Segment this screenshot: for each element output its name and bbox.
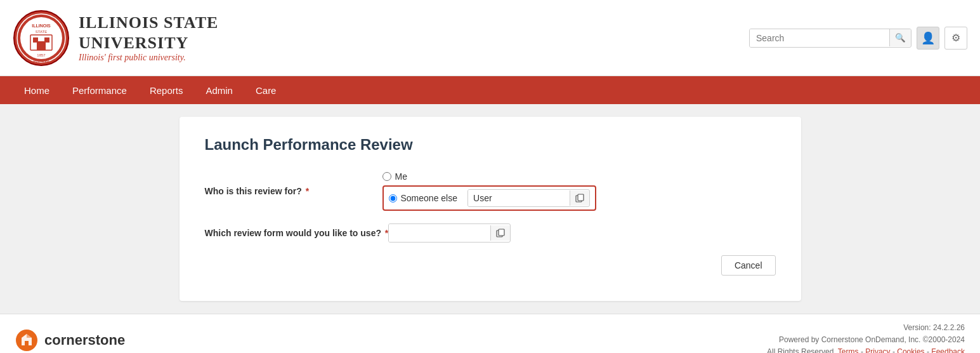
which-form-row: Which review form would you like to use?… <box>205 223 776 243</box>
svg-rect-12 <box>578 194 584 201</box>
footer-version: Version: 24.2.2.26 <box>767 322 965 334</box>
svg-rect-8 <box>37 41 46 50</box>
gear-icon: ⚙ <box>951 32 960 44</box>
nav-item-reports[interactable]: Reports <box>138 76 195 104</box>
radio-me-label: Me <box>395 171 407 182</box>
search-box[interactable]: 🔍 <box>749 29 911 48</box>
nav-item-performance[interactable]: Performance <box>61 76 138 104</box>
form-title: Launch Performance Review <box>205 136 776 154</box>
radio-someone-else-label: Someone else <box>401 193 458 203</box>
footer-privacy-link[interactable]: Privacy <box>865 347 890 353</box>
footer-powered-by: Powered by Cornerstone OnDemand, Inc. ©2… <box>767 334 965 346</box>
university-subtitle: Illinois' first public university. <box>79 53 218 63</box>
search-icon-btn[interactable]: 🔍 <box>889 29 911 46</box>
logo-area: ILLINOIS STATE 1857 FOUNDED Illinois Sta… <box>13 10 749 67</box>
form-actions: Cancel <box>205 255 776 276</box>
footer-links: All Rights Reserved. Terms - Privacy - C… <box>767 346 965 353</box>
review-form-icon[interactable] <box>490 225 510 241</box>
user-input-wrapper <box>467 189 590 207</box>
footer-brand-text: cornerstone <box>44 332 125 349</box>
nav-bar: Home Performance Reports Admin Care <box>0 76 980 104</box>
svg-rect-14 <box>499 229 504 236</box>
svg-text:ILLINOIS: ILLINOIS <box>32 23 51 28</box>
footer-feedback-link[interactable]: Feedback <box>931 347 965 353</box>
cornerstone-logo-icon <box>15 329 38 352</box>
footer-right: Version: 24.2.2.26 Powered by Cornerston… <box>767 322 965 353</box>
footer-terms-link[interactable]: Terms <box>838 347 859 353</box>
required-star: * <box>303 186 309 196</box>
who-review-label: Who is this review for? * <box>205 186 382 196</box>
radio-me[interactable]: Me <box>382 171 597 182</box>
footer-cookies-link[interactable]: Cookies <box>897 347 924 353</box>
site-footer: cornerstone Version: 24.2.2.26 Powered b… <box>0 314 980 353</box>
copy-icon-2 <box>496 229 505 237</box>
settings-icon-btn[interactable]: ⚙ <box>944 27 967 50</box>
user-icon-btn[interactable]: 👤 <box>917 27 939 50</box>
nav-item-home[interactable]: Home <box>13 76 61 104</box>
copy-icon <box>575 194 584 203</box>
who-review-row: Who is this review for? * Me Someone els… <box>205 171 776 211</box>
someone-else-container: Someone else <box>382 185 597 211</box>
form-card: Launch Performance Review Who is this re… <box>180 117 801 301</box>
university-seal: ILLINOIS STATE 1857 FOUNDED <box>13 10 70 67</box>
radio-someone-else[interactable]: Someone else <box>389 193 466 203</box>
cancel-button[interactable]: Cancel <box>721 255 776 276</box>
university-name: Illinois State University Illinois' firs… <box>79 13 218 62</box>
nav-item-admin[interactable]: Admin <box>194 76 244 104</box>
svg-text:STATE: STATE <box>36 30 47 34</box>
page-content: Launch Performance Review Who is this re… <box>0 104 980 314</box>
svg-text:1857: 1857 <box>37 53 46 57</box>
review-form-field[interactable] <box>389 224 490 242</box>
user-field-icon[interactable] <box>570 190 589 206</box>
user-icon: 👤 <box>921 31 935 45</box>
svg-text:FOUNDED: FOUNDED <box>34 59 49 63</box>
search-input[interactable] <box>750 29 889 47</box>
which-form-label: Which review form would you like to use?… <box>205 228 389 238</box>
required-star-2: * <box>382 228 388 238</box>
review-form-input-wrapper <box>388 223 511 243</box>
radio-someone-else-input[interactable] <box>389 194 397 203</box>
user-field[interactable] <box>468 190 570 206</box>
nav-item-care[interactable]: Care <box>244 76 288 104</box>
site-header: ILLINOIS STATE 1857 FOUNDED Illinois Sta… <box>0 0 980 76</box>
footer-logo: cornerstone <box>15 329 125 352</box>
radio-me-input[interactable] <box>382 172 391 181</box>
university-name-text: Illinois State University <box>79 13 218 52</box>
svg-rect-18 <box>25 341 29 345</box>
header-right: 🔍 👤 ⚙ <box>749 27 967 50</box>
